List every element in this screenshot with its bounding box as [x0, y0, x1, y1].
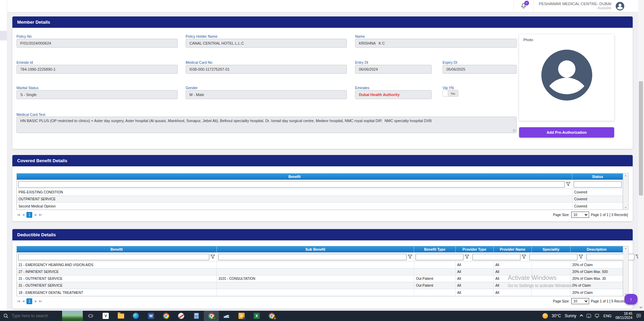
col-benefit[interactable]: Benefit — [17, 246, 217, 252]
col-provider-type[interactable]: Provider Type — [456, 246, 494, 252]
taskbar-app-calculator[interactable] — [189, 311, 204, 321]
current-page-button[interactable]: 1 — [26, 298, 32, 304]
screen-snip-icon[interactable] — [586, 314, 591, 318]
table-row[interactable]: 21 - EMERGENCY HEARING AND VISION AIDS A… — [17, 262, 623, 269]
clock-date: 08/11/2024 — [616, 316, 632, 320]
vip-toggle-value: No — [448, 92, 458, 95]
vip-toggle[interactable]: No — [443, 90, 458, 97]
next-page-button[interactable]: ▶ — [35, 299, 37, 303]
taskbar-app-chrome-active[interactable] — [204, 311, 219, 321]
table-row[interactable]: 18 - EMERGENCY DENTAL TREATMENT All All … — [17, 289, 623, 296]
tray-temperature[interactable]: 30°C — [552, 313, 561, 318]
taskbar-app-scanner[interactable] — [219, 311, 234, 321]
taskbar-app-chrome-profile[interactable]: c — [264, 311, 279, 321]
benefit-cell: OUTPATIENT SERVICE — [17, 196, 572, 202]
filter-icon[interactable] — [408, 254, 412, 259]
weather-sun-icon[interactable] — [542, 313, 548, 319]
benefit-filter-input[interactable] — [18, 181, 565, 188]
col-speciality[interactable]: Speciality — [532, 246, 571, 252]
scroll-up-icon[interactable]: ▲ — [624, 174, 627, 177]
scrollbar-down-arrow[interactable] — [640, 306, 642, 308]
benefit-filter-icon[interactable] — [566, 182, 571, 187]
col-benefit[interactable]: Benefit — [17, 174, 572, 180]
taskbar-app-recorder[interactable] — [174, 311, 189, 321]
top-bar: 0 PESHAWAR MEDICAL CENTRE- DUBAI Availab… — [7, 0, 638, 12]
provider-type-filter-input[interactable] — [472, 254, 520, 260]
scroll-up-icon[interactable]: ▲ — [624, 247, 627, 249]
speciality-cell — [532, 282, 571, 289]
sidebar-active-item[interactable] — [0, 31, 7, 40]
prev-page-button[interactable]: ◀ — [22, 299, 24, 303]
filter-icon[interactable] — [522, 254, 526, 259]
taskbar-app-chrome[interactable] — [159, 311, 174, 321]
tray-expand-icon[interactable] — [579, 314, 583, 318]
tray-condition[interactable]: Sunny — [565, 313, 576, 318]
avatar[interactable] — [615, 1, 625, 11]
table-scrollbar[interactable]: ▲▼ — [623, 246, 629, 296]
table-row[interactable]: Second Medical Opinion Covered — [17, 203, 623, 210]
task-view-button[interactable] — [83, 311, 98, 321]
page-size-select[interactable]: 10 — [571, 298, 589, 304]
taskbar-app-edge[interactable] — [128, 311, 143, 321]
benefit-cell: 21 - EMERGENCY HEARING AND VISION AIDS — [17, 262, 217, 268]
search-input[interactable] — [11, 313, 54, 319]
benefit-cell: 31 - OUTPATIENT SERVICE — [17, 275, 217, 282]
chevron-down-icon — [585, 299, 587, 302]
first-page-button[interactable]: |◀ — [17, 213, 20, 216]
scroll-down-icon[interactable]: ▼ — [624, 206, 627, 209]
page-size-select[interactable]: 10 — [571, 212, 589, 218]
sub-benefit-filter-input[interactable] — [218, 254, 407, 260]
col-sub-benefit[interactable]: Sub Benefit — [217, 246, 414, 252]
table-row[interactable]: 31 - OUTPATIENT SERVICE 3101 - CONSULTAT… — [17, 275, 623, 282]
table-row[interactable]: 31 - OUTPATIENT SERVICE Out Patient All … — [17, 282, 623, 289]
filter-icon[interactable] — [210, 254, 215, 259]
first-page-button[interactable]: |◀ — [17, 299, 20, 303]
network-icon[interactable] — [595, 314, 600, 318]
provider-name-filter-input[interactable] — [529, 254, 577, 260]
taskbar-app-word[interactable]: W — [143, 311, 159, 321]
user-menu[interactable]: PESHAWAR MEDICAL CENTRE- DUBAI Available — [539, 1, 612, 11]
availability-status: Available — [539, 6, 612, 11]
benefit-type-filter-input[interactable] — [415, 254, 464, 260]
last-page-button[interactable]: ▶| — [39, 213, 42, 216]
page-scrollbar[interactable] — [638, 0, 644, 311]
taskbar-app-outlook[interactable]: O — [234, 311, 249, 321]
taskbar-app-excel[interactable]: X — [249, 311, 264, 321]
provider-name-cell: All — [494, 269, 532, 275]
last-page-button[interactable]: ▶| — [39, 299, 42, 303]
table-scrollbar[interactable]: ▲▼ — [623, 173, 629, 210]
scroll-to-top-button[interactable]: ↑ — [624, 294, 637, 305]
search-highlight-image[interactable] — [62, 311, 83, 321]
filter-icon[interactable] — [578, 254, 583, 259]
windows-taskbar: V W O X c 30°C Sunny — [0, 311, 644, 321]
current-page-button[interactable]: 1 — [26, 212, 32, 218]
provider-name-cell: All — [494, 275, 532, 282]
prev-page-button[interactable]: ◀ — [22, 213, 24, 216]
scrollbar-thumb[interactable] — [639, 81, 643, 195]
status-filter-input[interactable] — [574, 181, 622, 188]
table-row[interactable]: 27 - INPATIENT SERVICE All All 20% of Cl… — [17, 269, 623, 275]
taskbar-app-vsign[interactable]: V — [98, 311, 113, 321]
add-pre-authorization-button[interactable]: Add Pre-Authorization — [519, 127, 614, 138]
provider-name-cell: All — [494, 262, 532, 268]
benefit-cell: 27 - INPATIENT SERVICE — [17, 269, 217, 275]
filter-icon[interactable] — [465, 254, 469, 259]
notifications-button[interactable]: 0 — [514, 0, 534, 12]
action-center-icon[interactable] — [636, 313, 641, 318]
col-status[interactable]: Status — [572, 174, 623, 180]
taskbar-search[interactable] — [0, 311, 83, 321]
table-row[interactable]: OUTPATIENT SERVICE Covered — [17, 196, 623, 203]
language-indicator[interactable]: ENG — [604, 314, 612, 318]
taskbar-clock[interactable]: 18:45 08/11/2024 — [616, 312, 632, 320]
col-benefit-type[interactable]: Benefit Type — [414, 246, 455, 252]
page-size-label: Page Size: — [553, 213, 570, 217]
next-page-button[interactable]: ▶ — [35, 213, 37, 216]
col-description[interactable]: Description — [571, 246, 623, 252]
gender-label: Gender — [186, 86, 198, 90]
table-row[interactable]: PRE-EXISTING CONDITION Covered — [17, 189, 623, 196]
deductible-card: Deductible Details Benefit Sub Benefit B… — [12, 229, 633, 309]
col-provider-name[interactable]: Provider Name — [494, 246, 532, 252]
taskbar-app-file-explorer[interactable] — [113, 311, 128, 321]
benefit-filter-input[interactable] — [18, 254, 209, 260]
deductible-filter-row — [17, 252, 623, 262]
